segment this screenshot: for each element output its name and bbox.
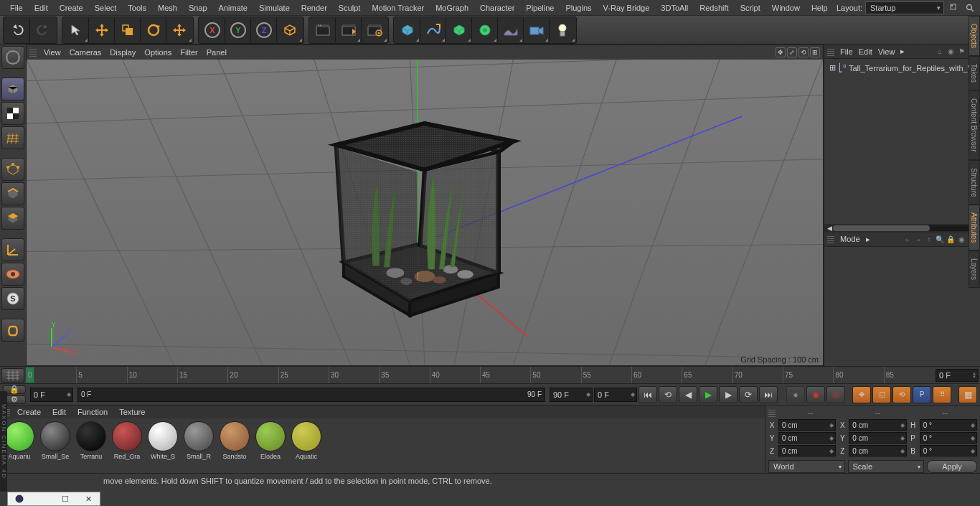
- menu-motiontracker[interactable]: Motion Tracker: [366, 4, 430, 12]
- render-picture-button[interactable]: [336, 18, 362, 42]
- snap-button[interactable]: S: [1, 287, 24, 310]
- key-scale-button[interactable]: ◱: [872, 386, 891, 403]
- attrs-mode-menu[interactable]: Mode: [840, 235, 860, 243]
- material-item[interactable]: Red_Gra: [110, 421, 143, 470]
- close-icon[interactable]: ✕: [77, 492, 100, 505]
- z-axis-lock[interactable]: Z: [251, 18, 277, 42]
- grip-icon[interactable]: [768, 408, 776, 417]
- key-pos-button[interactable]: ✥: [852, 386, 871, 403]
- side-tab-takes[interactable]: Takes: [969, 56, 980, 90]
- add-spline-button[interactable]: [420, 18, 446, 42]
- menu-create[interactable]: Create: [54, 4, 89, 12]
- layout-dropdown[interactable]: Startup: [865, 1, 944, 14]
- objects-view-menu[interactable]: View: [878, 47, 895, 56]
- menu-window[interactable]: Window: [766, 4, 806, 12]
- key-rot-button[interactable]: ⟲: [892, 386, 911, 403]
- menu-script[interactable]: Script: [735, 4, 766, 12]
- coord-mode-dropdown[interactable]: Scale: [848, 460, 925, 473]
- axis-mode-button[interactable]: [1, 238, 24, 261]
- obj-icon-1[interactable]: ⌂: [935, 47, 945, 57]
- move-tool[interactable]: [89, 18, 115, 42]
- material-item[interactable]: Sandsto: [218, 421, 251, 470]
- menu-mograph[interactable]: MoGraph: [430, 4, 474, 12]
- range-slider[interactable]: 0 F 90 F: [77, 388, 545, 402]
- autokey-button[interactable]: ◉: [806, 386, 825, 403]
- attrs-more-icon[interactable]: ▸: [866, 235, 870, 244]
- coord-system-button[interactable]: [277, 18, 303, 42]
- points-mode-button[interactable]: [1, 158, 24, 181]
- vp-menu-display[interactable]: Display: [105, 48, 140, 57]
- objects-scrollbar[interactable]: ◀▶: [824, 224, 980, 233]
- side-tab-layers[interactable]: Layers: [969, 250, 980, 288]
- menu-animate[interactable]: Animate: [213, 4, 253, 12]
- key-param-button[interactable]: P: [913, 386, 931, 403]
- render-view-button[interactable]: [310, 18, 336, 42]
- viewport-solo-button[interactable]: [1, 263, 24, 286]
- objects-edit-menu[interactable]: Edit: [859, 47, 872, 56]
- objects-file-menu[interactable]: File: [840, 47, 853, 56]
- goto-start-button[interactable]: ⏮: [639, 386, 657, 403]
- menu-vraybridge[interactable]: V-Ray Bridge: [598, 4, 656, 12]
- vp-menu-view[interactable]: View: [39, 48, 65, 57]
- content-search-icon[interactable]: [948, 2, 960, 14]
- coord-rot-field[interactable]: 0 °◆: [920, 419, 977, 431]
- objects-more-icon[interactable]: ▸: [900, 47, 905, 56]
- keyframe-sel-button[interactable]: ◎: [826, 386, 845, 403]
- obj-icon-3[interactable]: ⚑: [956, 47, 966, 57]
- material-item[interactable]: Small_Se: [39, 421, 72, 470]
- vp-nav-move-icon[interactable]: ✥: [776, 47, 786, 57]
- grip-icon[interactable]: [827, 47, 834, 56]
- minimize-icon[interactable]: [31, 492, 54, 505]
- edges-mode-button[interactable]: [1, 182, 24, 205]
- goto-end-button[interactable]: ⏭: [759, 386, 778, 403]
- timeline-grid-icon[interactable]: [1, 368, 24, 383]
- menu-snap[interactable]: Snap: [183, 4, 213, 12]
- attr-new-icon[interactable]: ◉: [956, 234, 966, 244]
- material-item[interactable]: Aquariu: [3, 421, 36, 470]
- last-tool[interactable]: [166, 18, 192, 42]
- attr-nav-back-icon[interactable]: ←: [903, 234, 913, 244]
- goto-frame-field[interactable]: 0 F◆: [594, 388, 637, 402]
- viewport[interactable]: ViewCamerasDisplayOptionsFilterPanel ✥ ⤢…: [26, 44, 824, 366]
- goto-nextkey-button[interactable]: ⟳: [739, 386, 758, 403]
- key-pla-button[interactable]: ⠿: [933, 386, 951, 403]
- menu-edit[interactable]: Edit: [29, 4, 54, 12]
- menu-dtoall[interactable]: 3DToAll: [655, 4, 694, 12]
- range-end-field[interactable]: 90 F◆: [550, 388, 593, 402]
- menu-plugins[interactable]: Plugins: [560, 4, 597, 12]
- coord-pos-field[interactable]: 0 cm◆: [778, 419, 836, 431]
- side-tab-objects[interactable]: Objects: [969, 16, 980, 56]
- grip-icon[interactable]: [827, 235, 834, 243]
- menu-sculpt[interactable]: Sculpt: [333, 4, 367, 12]
- attr-nav-up-icon[interactable]: ↑: [924, 234, 934, 244]
- maximize-icon[interactable]: ☐: [54, 492, 77, 505]
- mat-function-menu[interactable]: Function: [73, 408, 112, 416]
- add-environment-button[interactable]: [498, 18, 524, 42]
- menu-select[interactable]: Select: [89, 4, 123, 12]
- next-frame-button[interactable]: ▶: [719, 386, 738, 403]
- undo-button[interactable]: [4, 18, 30, 42]
- attr-nav-fwd-icon[interactable]: →: [913, 234, 923, 244]
- vp-nav-layout-icon[interactable]: ⊞: [810, 47, 820, 57]
- attr-search-icon[interactable]: 🔍: [935, 234, 945, 244]
- vp-menu-filter[interactable]: Filter: [176, 48, 202, 57]
- menu-help[interactable]: Help: [806, 4, 834, 12]
- add-deformer-button[interactable]: [472, 18, 498, 42]
- search-icon[interactable]: [964, 2, 976, 14]
- y-axis-lock[interactable]: Y: [225, 18, 251, 42]
- coord-size-field[interactable]: 0 cm◆: [849, 419, 906, 431]
- make-editable-button[interactable]: [1, 46, 24, 69]
- vp-menu-cameras[interactable]: Cameras: [65, 48, 106, 57]
- object-tree[interactable]: ⊞ ⎣⁰ Tall_Terrarium_for_Reptiles_with_W: [824, 59, 980, 224]
- live-select-tool[interactable]: [63, 18, 89, 42]
- add-primitive-button[interactable]: [395, 18, 420, 42]
- add-generator-button[interactable]: [446, 18, 472, 42]
- material-item[interactable]: Aquatic: [290, 421, 323, 470]
- material-item[interactable]: Small_R: [182, 421, 215, 470]
- scale-tool[interactable]: [115, 18, 141, 42]
- side-tab-structure[interactable]: Structure: [969, 160, 980, 205]
- mat-edit-menu[interactable]: Edit: [48, 408, 70, 416]
- menu-mesh[interactable]: Mesh: [152, 4, 183, 12]
- goto-prevkey-button[interactable]: ⟲: [659, 386, 677, 403]
- coord-rot-field[interactable]: 0 °◆: [920, 432, 977, 444]
